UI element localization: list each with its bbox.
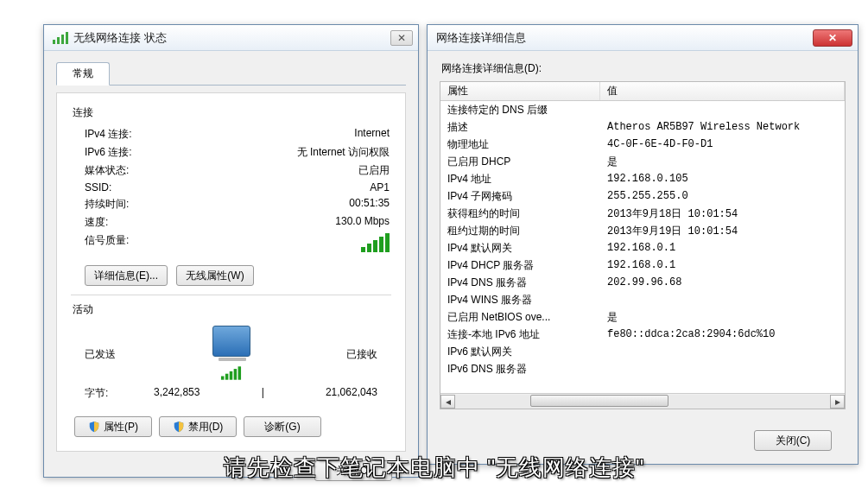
grid-row[interactable]: IPv6 默认网关 — [440, 343, 845, 360]
close-icon[interactable]: ✕ — [390, 30, 413, 46]
close-button[interactable]: 关闭(C) — [754, 430, 832, 451]
property-cell: 已启用 NetBIOS ove... — [440, 310, 600, 325]
grid-row[interactable]: 租约过期的时间2013年9月19日 10:01:54 — [440, 222, 845, 239]
grid-row[interactable]: IPv4 WINS 服务器 — [440, 291, 845, 308]
property-cell: IPv4 WINS 服务器 — [440, 293, 600, 307]
window-title: 网络连接详细信息 — [436, 30, 813, 46]
property-cell: IPv4 子网掩码 — [440, 189, 600, 204]
property-cell: IPv4 地址 — [440, 172, 600, 187]
grid-row[interactable]: 连接特定的 DNS 后缀 — [440, 101, 845, 118]
ssid-value: AP1 — [370, 181, 390, 193]
grid-row[interactable]: IPv4 子网掩码255.255.255.0 — [440, 187, 845, 205]
duration-value: 00:51:35 — [349, 197, 390, 212]
horizontal-scrollbar[interactable]: ◂ ▸ — [440, 393, 845, 409]
bytes-sent-value: 3,242,853 — [154, 386, 200, 401]
signal-bars-icon — [361, 233, 390, 252]
value-cell: 2013年9月18日 10:01:54 — [600, 206, 845, 221]
tab-general[interactable]: 常规 — [56, 62, 110, 86]
property-cell: 物理地址 — [440, 137, 600, 152]
grid-row[interactable]: 获得租约的时间2013年9月18日 10:01:54 — [440, 205, 845, 222]
signal-bars-icon — [221, 366, 241, 379]
details-button[interactable]: 详细信息(E)... — [85, 265, 168, 286]
media-state-value: 已启用 — [358, 163, 390, 178]
value-cell: fe80::ddca:2ca8:2904:6dc%10 — [600, 328, 845, 340]
property-cell: 连接-本地 IPv6 地址 — [440, 327, 600, 342]
sent-label: 已发送 — [85, 347, 116, 362]
details-subtitle: 网络连接详细信息(D): — [440, 61, 846, 81]
ipv4-conn-value: Internet — [354, 127, 390, 142]
scrollbar-thumb[interactable] — [530, 395, 668, 407]
property-cell: IPv6 DNS 服务器 — [440, 362, 600, 377]
speed-label: 速度: — [73, 215, 108, 230]
grid-row[interactable]: 已启用 DHCP是 — [440, 153, 845, 170]
grid-row[interactable]: IPv4 默认网关192.168.0.1 — [440, 239, 845, 257]
section-activity: 活动 — [73, 302, 390, 317]
ipv6-conn-label: IPv6 连接: — [73, 145, 132, 160]
close-button[interactable]: 关闭(C) — [314, 460, 392, 481]
signal-icon — [53, 32, 68, 44]
grid-row[interactable]: IPv4 地址192.168.0.105 — [440, 170, 845, 187]
titlebar[interactable]: 无线网络连接 状态 ✕ — [44, 25, 418, 51]
close-icon[interactable]: ✕ — [813, 29, 852, 47]
computer-icon — [212, 326, 250, 357]
grid-row[interactable]: 已启用 NetBIOS ove...是 — [440, 308, 845, 326]
value-cell: 255.255.255.0 — [600, 190, 845, 202]
value-cell: 是 — [600, 155, 845, 169]
ssid-label: SSID: — [73, 181, 111, 193]
tab-strip: 常规 — [56, 61, 406, 86]
grid-row[interactable]: IPv4 DNS 服务器202.99.96.68 — [440, 274, 845, 291]
disable-button[interactable]: 禁用(D) — [159, 416, 237, 437]
grid-row[interactable]: 连接-本地 IPv6 地址fe80::ddca:2ca8:2904:6dc%10 — [440, 326, 845, 343]
wireless-properties-button[interactable]: 无线属性(W) — [176, 265, 254, 286]
value-cell: 202.99.96.68 — [600, 276, 845, 288]
col-property[interactable]: 属性 — [440, 82, 600, 100]
received-label: 已接收 — [346, 347, 377, 362]
shield-icon — [88, 421, 100, 433]
value-cell: 192.168.0.1 — [600, 259, 845, 271]
shield-icon — [173, 421, 185, 433]
property-cell: IPv4 默认网关 — [440, 241, 600, 256]
value-cell: 是 — [600, 310, 845, 325]
titlebar[interactable]: 网络连接详细信息 ✕ — [428, 25, 858, 51]
property-cell: 已启用 DHCP — [440, 155, 600, 169]
grid-row[interactable]: 物理地址4C-0F-6E-4D-F0-D1 — [440, 136, 845, 153]
window-title: 无线网络连接 状态 — [73, 30, 390, 46]
property-cell: 连接特定的 DNS 后缀 — [440, 103, 600, 117]
value-cell: 192.168.0.1 — [600, 242, 845, 254]
status-panel: 连接 IPv4 连接:Internet IPv6 连接:无 Internet 访… — [56, 92, 406, 452]
property-cell: 描述 — [440, 120, 600, 135]
properties-button[interactable]: 属性(P) — [74, 416, 152, 437]
grid-header[interactable]: 属性 值 — [440, 82, 845, 101]
details-grid: 属性 值 连接特定的 DNS 后缀描述Atheros AR5B97 Wirele… — [440, 81, 846, 409]
property-cell: 租约过期的时间 — [440, 224, 600, 238]
grid-row[interactable]: 描述Atheros AR5B97 Wireless Network — [440, 118, 845, 136]
speed-value: 130.0 Mbps — [335, 215, 390, 230]
value-cell: 2013年9月19日 10:01:54 — [600, 224, 845, 238]
scroll-left-icon[interactable]: ◂ — [440, 395, 455, 409]
property-cell: 获得租约的时间 — [440, 206, 600, 221]
grid-row[interactable]: IPv4 DHCP 服务器192.168.0.1 — [440, 257, 845, 274]
scroll-right-icon[interactable]: ▸ — [830, 395, 845, 409]
value-cell: 4C-0F-6E-4D-F0-D1 — [600, 138, 845, 150]
value-cell: Atheros AR5B97 Wireless Network — [600, 121, 845, 133]
wifi-status-window: 无线网络连接 状态 ✕ 常规 连接 IPv4 连接:Internet IPv6 … — [43, 24, 419, 478]
bytes-label: 字节: — [85, 386, 108, 401]
value-cell: 192.168.0.105 — [600, 173, 845, 185]
property-cell: IPv4 DHCP 服务器 — [440, 258, 600, 273]
media-state-label: 媒体状态: — [73, 163, 129, 178]
ipv4-conn-label: IPv4 连接: — [73, 127, 132, 142]
duration-label: 持续时间: — [73, 197, 129, 212]
col-value[interactable]: 值 — [600, 82, 845, 100]
property-cell: IPv6 默认网关 — [440, 345, 600, 359]
network-details-window: 网络连接详细信息 ✕ 网络连接详细信息(D): 属性 值 连接特定的 DNS 后… — [427, 24, 858, 465]
ipv6-conn-value: 无 Internet 访问权限 — [297, 145, 390, 160]
diagnose-button[interactable]: 诊断(G) — [244, 416, 321, 437]
signal-quality-label: 信号质量: — [73, 233, 129, 255]
bytes-received-value: 21,062,043 — [326, 386, 377, 401]
section-connection: 连接 — [73, 105, 390, 120]
grid-row[interactable]: IPv6 DNS 服务器 — [440, 360, 845, 377]
property-cell: IPv4 DNS 服务器 — [440, 276, 600, 290]
